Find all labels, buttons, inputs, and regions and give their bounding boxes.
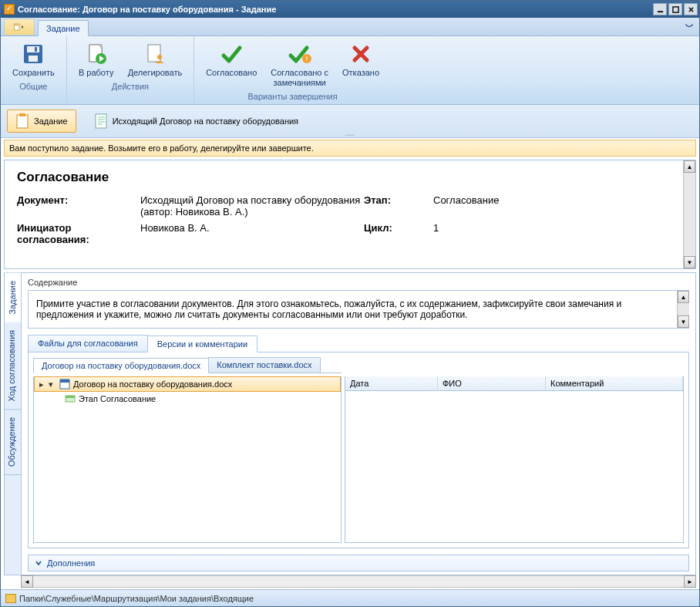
doc-heading: Согласование (17, 170, 683, 185)
ribbon-group-completion: Согласовано ! Согласовано с замечаниями … (194, 36, 391, 104)
scroll-right-icon[interactable]: ► (684, 575, 696, 588)
ribbon-group-common: Сохранить Общие (1, 36, 67, 104)
col-date[interactable]: Дата (345, 376, 438, 390)
ribbon-group-actions: В работу Делегировать Действия (67, 36, 195, 104)
stage-icon (65, 393, 76, 404)
status-bar: Папки\Служебные\Маршрутизация\Мои задани… (1, 589, 699, 606)
approved-notes-button[interactable]: ! Согласовано с замечаниями (264, 39, 335, 90)
comments-grid: Дата ФИО Комментарий (345, 376, 684, 543)
sidetab-task[interactable]: Задание (5, 273, 21, 322)
app-icon (4, 4, 15, 15)
doc-scrollbar[interactable]: ▲ ▼ (683, 160, 695, 268)
ribbon-tab-strip: Задание (1, 18, 699, 36)
maximize-button[interactable] (668, 3, 682, 15)
floppy-icon (21, 42, 45, 66)
ribbon-collapse-icon[interactable] (684, 21, 695, 32)
window-title: Согласование: Договор на поставку оборуд… (18, 5, 651, 14)
scroll-down-icon[interactable]: ▼ (684, 256, 695, 268)
minimize-button[interactable] (653, 3, 667, 15)
status-path: Папки\Служебные\Маршрутизация\Мои задани… (19, 594, 254, 603)
folder-icon (5, 594, 16, 603)
svg-rect-1 (672, 6, 678, 12)
tree-row-root[interactable]: ▸ ▾ Договор на поставку оборудования.doc… (34, 376, 341, 392)
content-text-box: Примите участие в согласовании документо… (28, 290, 689, 329)
close-button[interactable] (684, 3, 698, 15)
to-work-label: В работу (79, 68, 113, 78)
horizontal-scrollbar[interactable]: ◄ ► (21, 575, 696, 588)
accordion-additions[interactable]: Дополнения (28, 555, 689, 572)
nav-task-label: Задание (34, 116, 68, 126)
sidetab-discussion[interactable]: Обсуждение (5, 410, 21, 475)
svg-rect-7 (35, 47, 37, 52)
content-scrollbar[interactable]: ▲ ▼ (677, 291, 689, 328)
clipboard-icon (15, 113, 29, 129)
svg-text:!: ! (305, 55, 308, 62)
chevron-down-icon (35, 559, 42, 567)
grid-header: Дата ФИО Комментарий (345, 376, 683, 391)
svg-rect-22 (60, 379, 69, 383)
doctab-kit[interactable]: Комплект поставки.docx (208, 357, 320, 373)
delegate-label: Делегировать (128, 68, 183, 78)
svg-rect-5 (27, 46, 39, 52)
check-icon (219, 42, 244, 66)
nav-outgoing-label: Исходящий Договор на поставку оборудован… (113, 116, 298, 126)
col-name[interactable]: ФИО (438, 376, 546, 390)
ribbon-tab-task[interactable]: Задание (38, 20, 89, 36)
row-indicator-icon: ▸ (38, 379, 45, 389)
svg-rect-6 (29, 56, 38, 62)
content-label: Содержание (22, 273, 695, 290)
svg-rect-24 (66, 396, 75, 398)
tab-files[interactable]: Файлы для согласования (28, 335, 148, 352)
inner-body: Договор на поставку оборудования.docx Ко… (28, 352, 689, 548)
rejected-label: Отказано (342, 68, 379, 78)
approved-label: Согласовано (206, 68, 257, 78)
initiator-value: Новикова В. А. (140, 222, 364, 245)
title-bar: Согласование: Договор на поставку оборуд… (1, 1, 699, 18)
group-label-completion: Варианты завершения (199, 90, 386, 103)
doc-info-panel: Согласование Документ: Исходящий Договор… (4, 160, 696, 269)
scroll-up-icon[interactable]: ▲ (678, 291, 689, 303)
cycle-value: 1 (433, 222, 683, 245)
initiator-label: Инициатор согласования: (17, 222, 140, 245)
to-work-button[interactable]: В работу (72, 39, 121, 80)
cycle-label: Цикл: (364, 222, 433, 245)
svg-point-11 (157, 55, 162, 59)
grip-dots-icon: •••• (345, 133, 355, 137)
info-banner: Вам поступило задание. Возьмите его в ра… (4, 140, 696, 157)
app-menu-button[interactable] (4, 19, 35, 35)
sidetab-course[interactable]: Ход согласования (5, 322, 21, 410)
approved-button[interactable]: Согласовано (199, 39, 264, 90)
rejected-button[interactable]: Отказано (335, 39, 386, 90)
document-user-icon (143, 42, 167, 66)
tab-versions[interactable]: Версии и комментарии (147, 336, 257, 352)
svg-rect-10 (148, 45, 160, 62)
svg-rect-15 (19, 113, 25, 116)
document-lines-icon (94, 113, 108, 129)
app-window: Согласование: Договор на поставку оборуд… (0, 0, 700, 607)
main-panel: Содержание Примите участие в согласовани… (21, 272, 696, 575)
document-play-icon (84, 42, 109, 66)
accordion-label: Дополнения (47, 558, 95, 568)
group-label-actions: Действия (72, 80, 190, 93)
save-button[interactable]: Сохранить (5, 39, 62, 80)
side-tabs: Задание Ход согласования Обсуждение (4, 272, 21, 575)
tree-row-stage[interactable]: Этап Согласование (34, 392, 341, 406)
col-comment[interactable]: Комментарий (546, 376, 683, 390)
expand-icon[interactable]: ▾ (49, 379, 56, 389)
delegate-button[interactable]: Делегировать (121, 39, 190, 80)
scroll-up-icon[interactable]: ▲ (684, 160, 695, 173)
tree-root-label: Договор на поставку оборудования.docx (73, 379, 232, 389)
tree-pane: ▸ ▾ Договор на поставку оборудования.doc… (33, 376, 342, 543)
cross-icon (348, 42, 373, 66)
scroll-down-icon[interactable]: ▼ (678, 315, 689, 328)
nav-task-button[interactable]: Задание (7, 110, 76, 133)
scroll-left-icon[interactable]: ◄ (21, 575, 33, 588)
ribbon: Сохранить Общие В работу Делегировать (1, 36, 699, 105)
nav-outgoing-button[interactable]: Исходящий Договор на поставку оборудован… (86, 110, 307, 133)
doctab-contract[interactable]: Договор на поставку оборудования.docx (33, 358, 209, 373)
inner-tabs: Файлы для согласования Версии и коммента… (28, 335, 689, 352)
document-value: Исходящий Договор на поставку оборудован… (140, 194, 364, 218)
docx-icon (59, 379, 70, 389)
stage-value: Согласование (433, 194, 683, 218)
navigation-toolbar: Задание Исходящий Договор на поставку об… (1, 105, 699, 138)
